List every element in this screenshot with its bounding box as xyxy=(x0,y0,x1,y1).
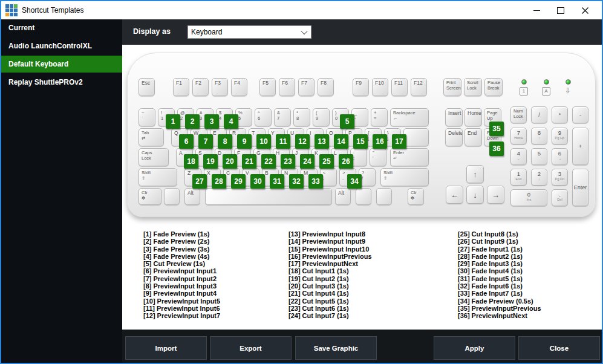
key-label: F10 xyxy=(373,79,388,86)
shortcut-number-badge: 16 xyxy=(373,134,387,149)
key-label: Shift xyxy=(381,169,428,176)
sidebar-item-audio-launchcontrolxl[interactable]: Audio LaunchControlXL xyxy=(1,37,122,54)
keyboard-key: (9 xyxy=(313,108,330,126)
key-label: 7 xyxy=(275,116,290,122)
key-label: F8 xyxy=(318,79,333,86)
keyboard-led: 1 xyxy=(517,79,531,96)
key-label: ↑ xyxy=(473,170,477,179)
key-label: F11 xyxy=(392,79,407,86)
key-label: ` xyxy=(139,116,155,122)
shortcut-number-badge: 9 xyxy=(237,134,252,149)
close-button[interactable] xyxy=(573,1,597,19)
key-label: ← xyxy=(511,157,526,161)
main-content: EscF1F2F3F4F5F6F7F8F9F10F11F12PrintScree… xyxy=(122,45,602,330)
keyboard-key: CapsLock xyxy=(139,148,169,166)
key-label: ~ xyxy=(139,109,155,116)
keyboard-key: → xyxy=(487,186,504,204)
shortcut-number-badge: 23 xyxy=(281,154,295,169)
key-label: / xyxy=(538,112,540,118)
save-graphic-button[interactable]: Save Graphic xyxy=(295,336,377,360)
shortcut-list-item: [2] Fade Preview (2s) xyxy=(143,238,220,245)
export-button[interactable]: Export xyxy=(210,336,292,360)
key-label: F1 xyxy=(174,79,189,86)
display-as-dropdown[interactable]: Keyboard xyxy=(187,25,311,39)
shortcut-number-badge: 4 xyxy=(224,114,238,129)
shortcut-list-item: [5] Cut Preview (1s) xyxy=(143,260,220,267)
shortcut-list-item: [3] Fade Preview (3s) xyxy=(143,245,220,253)
led-symbol: A xyxy=(542,87,550,96)
dropdown-value: Keyboard xyxy=(188,28,298,36)
key-label: Insert xyxy=(446,109,462,116)
app-icon-square xyxy=(5,13,9,16)
maximize-button[interactable] xyxy=(549,1,573,19)
key-label: ✻ xyxy=(139,196,161,201)
keyboard-key: += xyxy=(371,108,388,126)
keyboard-key: Home xyxy=(464,108,482,126)
led-symbol: 1 xyxy=(520,87,528,96)
shortcut-number-badge: 3 xyxy=(204,114,219,129)
shortcut-list-item: [32] Fade Input6 (1s) xyxy=(458,282,541,290)
footer-bar: ImportExportSave GraphicApplyClose xyxy=(122,330,602,363)
shortcut-number-badge: 24 xyxy=(300,154,315,169)
keyboard-key: F9 xyxy=(353,78,369,96)
shortcut-list-item: [17] PreviewInputNext xyxy=(288,260,372,267)
key-label: Pause xyxy=(485,79,502,86)
shortcut-number-badge: 13 xyxy=(315,134,329,149)
keyboard-led: A xyxy=(539,79,553,96)
shortcut-number-badge: 7 xyxy=(198,134,213,149)
minimize-button[interactable] xyxy=(524,1,549,19)
key-label: → xyxy=(552,157,567,161)
keyboard-key: 1End xyxy=(510,169,527,186)
keyboard-key: 5 xyxy=(531,148,547,165)
key-label: " xyxy=(370,149,386,156)
shortcut-number-badge: 10 xyxy=(256,134,271,149)
shortcut-number-badge: 1 xyxy=(166,114,180,129)
sidebar-item-default-keyboard[interactable]: Default Keyboard xyxy=(1,56,122,73)
shortcut-number-badge: 36 xyxy=(489,141,504,156)
keyboard-key: / xyxy=(531,106,547,123)
keyboard-key: .Del xyxy=(552,189,568,206)
keyboard-key: Alt xyxy=(335,188,351,205)
shortcut-list-item: [23] Cut Input6 (1s) xyxy=(288,305,372,312)
key-label: 8 xyxy=(532,128,547,136)
shortcut-number-badge: 5 xyxy=(340,114,354,129)
shortcut-list-item: [20] Cut Input3 (1s) xyxy=(288,282,372,290)
shortcut-number-badge: 33 xyxy=(308,174,323,189)
shortcut-list-item: [33] Fade Input7 (1s) xyxy=(458,290,541,297)
shortcut-list-item: [34] Fade Preview (0.5s) xyxy=(458,297,541,305)
keyboard-key: 6→ xyxy=(552,148,568,165)
sidebar-item-replay-shuttleprov2[interactable]: Replay ShuttlePROv2 xyxy=(1,74,122,91)
key-label: Alt xyxy=(336,189,350,196)
key-label: End xyxy=(465,129,481,136)
key-label: 5 xyxy=(532,149,547,157)
key-label: F7 xyxy=(299,79,314,86)
shortcut-list-item: [12] PreviewInput Input7 xyxy=(143,312,220,319)
shortcut-number-badge: 28 xyxy=(212,174,226,189)
close-button[interactable]: Close xyxy=(518,336,600,360)
key-label: Page xyxy=(484,109,501,116)
shortcut-list-item: [35] PreviewInputPrevious xyxy=(458,305,541,312)
import-button[interactable]: Import xyxy=(125,336,207,360)
shortcut-number-badge: 19 xyxy=(203,154,218,169)
keyboard-key xyxy=(403,128,429,146)
apply-button[interactable]: Apply xyxy=(434,336,515,360)
shortcut-number-badge: 26 xyxy=(339,154,353,169)
key-label: * xyxy=(559,112,561,118)
key-label: 6 xyxy=(255,116,271,122)
shortcut-templates-window: Shortcut Templates CurrentAudio LaunchCo… xyxy=(0,0,603,364)
key-label: ↵ xyxy=(391,156,428,161)
key-label: Down xyxy=(484,136,501,141)
keyboard-key: 3Pg Dn xyxy=(552,169,568,186)
keyboard-key: F5 xyxy=(259,78,276,96)
shortcut-list-item: [26] Cut Input9 (1s) xyxy=(458,238,541,245)
key-label: → xyxy=(492,190,500,200)
led-light-icon xyxy=(566,79,571,85)
key-label: Esc xyxy=(139,79,154,86)
key-label: Alt xyxy=(185,189,200,196)
keyboard-key: F4 xyxy=(231,78,247,96)
shortcut-number-badge: 14 xyxy=(334,134,348,149)
shortcut-column: [25] Cut Input8 (1s)[26] Cut Input9 (1s)… xyxy=(458,230,541,320)
shortcut-list-item: [6] PreviewInput Input1 xyxy=(143,267,220,275)
key-label: Lock xyxy=(464,86,481,91)
sidebar-item-current[interactable]: Current xyxy=(1,19,122,36)
